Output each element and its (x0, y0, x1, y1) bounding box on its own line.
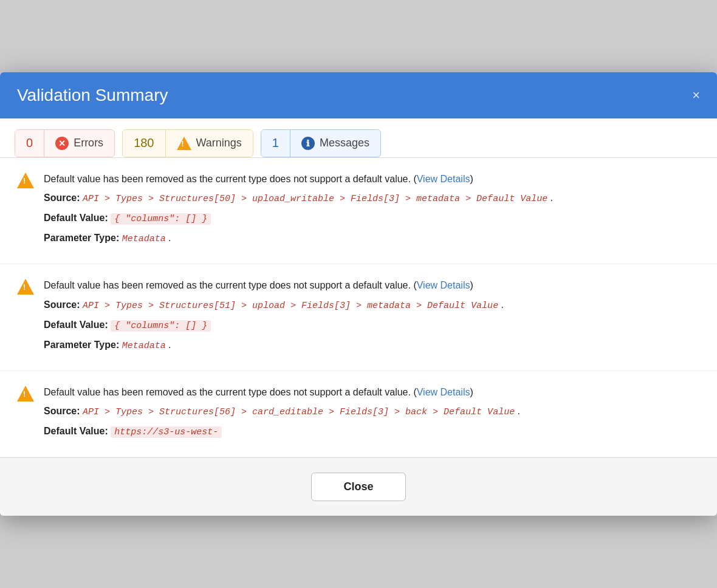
messages-label-area: ℹ Messages (290, 137, 380, 150)
dialog-header: Validation Summary × (0, 72, 717, 118)
source-label: Source: (44, 193, 83, 203)
warning-icon (177, 137, 191, 150)
source-label: Source: (44, 406, 83, 416)
message-body: Default value has been removed as the cu… (44, 278, 700, 357)
info-icon: ℹ (301, 137, 315, 150)
message-item: Default value has been removed as the cu… (0, 371, 717, 458)
message-text: Default value has been removed as the cu… (44, 278, 700, 293)
default-value-line: Default Value: https://s3-us-west- (44, 423, 700, 440)
source-path: API > Types > Structures[56] > card_edit… (83, 407, 515, 417)
message-item: Default value has been removed as the cu… (0, 158, 717, 265)
source-path: API > Types > Structures[50] > upload_wr… (83, 194, 547, 204)
warnings-label-area: Warnings (166, 137, 253, 150)
errors-label-area: ✕ Errors (44, 137, 114, 150)
default-value-label: Default Value: (44, 426, 111, 436)
param-type-label: Parameter Type: (44, 340, 122, 350)
default-value-label: Default Value: (44, 320, 111, 330)
warnings-count: 180 (123, 130, 165, 157)
dialog-footer: Close (0, 457, 717, 516)
tab-messages[interactable]: 1 ℹ Messages (261, 129, 381, 157)
source-label: Source: (44, 299, 83, 310)
content-area: Default value has been removed as the cu… (0, 158, 717, 458)
source-line: Source: API > Types > Structures[56] > c… (44, 403, 700, 420)
dialog-title: Validation Summary (17, 86, 168, 105)
view-details-link[interactable]: View Details (417, 174, 470, 184)
param-type-value: Metadata (122, 341, 166, 351)
default-value-line: Default Value: { "columns": [] } (44, 317, 700, 333)
warning-triangle-icon (17, 279, 34, 297)
param-type-line: Parameter Type: Metadata . (44, 230, 700, 247)
validation-summary-dialog: Validation Summary × 0 ✕ Errors 180 Warn… (0, 72, 717, 516)
default-value: { "columns": [] } (111, 320, 211, 332)
default-value-label: Default Value: (44, 213, 111, 223)
source-line: Source: API > Types > Structures[50] > u… (44, 190, 700, 207)
messages-label: Messages (320, 137, 369, 149)
message-body: Default value has been removed as the cu… (44, 171, 700, 251)
message-text: Default value has been removed as the cu… (44, 171, 700, 187)
default-value-line: Default Value: { "columns": [] } (44, 210, 700, 227)
warning-triangle-icon (17, 173, 34, 191)
default-value: https://s3-us-west- (111, 426, 222, 438)
warnings-label: Warnings (196, 137, 242, 149)
close-button[interactable]: × (692, 89, 700, 102)
errors-label: Errors (74, 137, 103, 149)
tab-errors[interactable]: 0 ✕ Errors (15, 129, 115, 157)
param-type-value: Metadata (122, 234, 166, 244)
tab-warnings[interactable]: 180 Warnings (122, 129, 253, 157)
errors-count: 0 (15, 130, 44, 157)
source-path: API > Types > Structures[51] > upload > … (83, 301, 498, 311)
error-icon: ✕ (55, 137, 69, 150)
message-text: Default value has been removed as the cu… (44, 385, 700, 400)
message-item: Default value has been removed as the cu… (0, 264, 717, 371)
message-body: Default value has been removed as the cu… (44, 385, 700, 444)
view-details-link[interactable]: View Details (417, 387, 470, 397)
messages-count: 1 (261, 130, 290, 157)
view-details-link[interactable]: View Details (417, 280, 470, 290)
param-type-label: Parameter Type: (44, 233, 122, 243)
tabs-row: 0 ✕ Errors 180 Warnings 1 ℹ Messages (0, 118, 717, 158)
param-type-line: Parameter Type: Metadata . (44, 337, 700, 354)
warning-triangle-icon (17, 386, 34, 404)
default-value: { "columns": [] } (111, 213, 211, 225)
source-line: Source: API > Types > Structures[51] > u… (44, 297, 700, 313)
close-footer-button[interactable]: Close (311, 473, 405, 501)
